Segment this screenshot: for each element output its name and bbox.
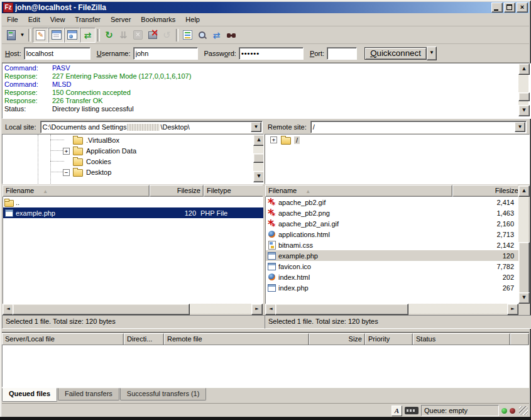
local-site-combo[interactable]: C:\Documents and Settings\Desktop\ ▼ bbox=[40, 121, 263, 133]
queue-column-size[interactable]: Size bbox=[309, 333, 365, 346]
site-manager-dropdown-icon[interactable]: ▼ bbox=[18, 28, 26, 42]
tree-item[interactable]: Cookies bbox=[3, 156, 263, 167]
column-header-filename[interactable]: Filename▲ bbox=[3, 185, 150, 197]
toggle-queue-button[interactable]: ⇄ bbox=[80, 28, 96, 43]
chevron-down-icon[interactable]: ▼ bbox=[515, 122, 525, 132]
tree-item[interactable]: .VirtualBox bbox=[3, 135, 263, 145]
directory-filters-button[interactable] bbox=[180, 28, 195, 42]
queue-column-remotefile[interactable]: Remote file bbox=[164, 333, 309, 346]
tree-item[interactable]: −Desktop bbox=[3, 167, 263, 177]
resize-grip[interactable] bbox=[519, 406, 528, 415]
menu-help[interactable]: Help bbox=[180, 14, 205, 25]
username-input[interactable] bbox=[133, 47, 198, 60]
toggle-local-tree-button[interactable] bbox=[48, 28, 64, 43]
column-header-filename[interactable]: Filename▲ bbox=[265, 185, 452, 197]
column-header-filetype[interactable]: Filetype bbox=[204, 185, 263, 197]
file-row[interactable]: applications.html2,713 bbox=[266, 229, 518, 240]
menu-edit[interactable]: Edit bbox=[23, 14, 45, 25]
expander-plus-icon[interactable]: + bbox=[270, 136, 277, 143]
cancel-operation-button[interactable]: × bbox=[131, 28, 145, 42]
find-files-button[interactable] bbox=[224, 28, 238, 42]
scroll-right-icon[interactable]: ► bbox=[251, 304, 263, 315]
php-file-icon bbox=[267, 262, 277, 272]
filename: favicon.ico bbox=[278, 263, 311, 270]
data-type-indicator-icon: A bbox=[391, 406, 402, 416]
refresh-button[interactable]: ↻ bbox=[102, 28, 116, 42]
local-tree-scrollbar[interactable]: ▲ ▼ bbox=[253, 135, 263, 182]
file-row[interactable]: favicon.ico7,782 bbox=[266, 261, 518, 272]
queue-column-serverlocalfile[interactable]: Server/Local file bbox=[2, 333, 124, 346]
file-row[interactable]: example.php120PHP File1 bbox=[3, 207, 263, 218]
file-row[interactable]: .. bbox=[3, 197, 263, 207]
queue-column-priority[interactable]: Priority bbox=[365, 333, 413, 346]
file-row[interactable]: apache_pb2.png1,463 bbox=[266, 207, 518, 218]
menu-bookmarks[interactable]: Bookmarks bbox=[136, 14, 180, 25]
scroll-up-icon[interactable]: ▲ bbox=[518, 64, 530, 75]
expander-minus-icon[interactable]: − bbox=[63, 169, 70, 176]
minimize-button[interactable] bbox=[491, 3, 503, 13]
quickconnect-bar: Host: Username: Password: Port: Quickcon… bbox=[2, 44, 529, 63]
folder-icon bbox=[73, 148, 83, 155]
reconnect-button[interactable]: ↺ bbox=[160, 28, 174, 42]
menu-view[interactable]: View bbox=[45, 14, 70, 25]
directory-comparison-button[interactable] bbox=[195, 28, 209, 42]
file-row[interactable]: bitnami.css2,142 bbox=[266, 240, 518, 250]
tab-successful-transfers-[interactable]: Successful transfers (1) bbox=[120, 388, 207, 401]
window-title: john@localhost - FileZilla bbox=[15, 3, 490, 12]
quickconnect-dropdown[interactable]: ▼ bbox=[427, 47, 437, 60]
file-row[interactable]: apache_pb2_ani.gif2,160 bbox=[266, 218, 518, 229]
toggle-remote-tree-button[interactable] bbox=[64, 28, 80, 43]
site-manager-button[interactable] bbox=[4, 28, 18, 42]
chevron-down-icon[interactable]: ▼ bbox=[251, 122, 261, 132]
process-queue-button[interactable]: ⇊ bbox=[116, 28, 131, 42]
filename: applications.html bbox=[278, 231, 330, 238]
filename: apache_pb2.png bbox=[278, 209, 330, 217]
remote-site-combo[interactable]: / ▼ bbox=[310, 121, 527, 133]
port-input[interactable] bbox=[327, 47, 357, 60]
tab-failed-transfers[interactable]: Failed transfers bbox=[58, 388, 119, 401]
remote-hscrollbar[interactable]: ◄ ► bbox=[265, 304, 518, 314]
local-site-label: Local site: bbox=[5, 123, 36, 131]
scroll-down-icon[interactable]: ▼ bbox=[518, 292, 530, 304]
file-row[interactable]: example.php120 bbox=[266, 250, 518, 261]
tree-item[interactable]: + / bbox=[265, 135, 529, 145]
toggle-message-log-button[interactable]: ✎ bbox=[33, 28, 48, 43]
scroll-up-icon[interactable]: ▲ bbox=[518, 185, 530, 197]
tree-item[interactable]: +Application Data bbox=[3, 145, 263, 156]
quickconnect-button[interactable]: Quickconnect bbox=[364, 47, 427, 60]
queue-column-status[interactable]: Status bbox=[413, 333, 510, 346]
file-row[interactable]: apache_pb2.gif2,414 bbox=[266, 197, 518, 207]
file-row[interactable]: index.html202 bbox=[266, 272, 518, 282]
close-button[interactable]: × bbox=[517, 3, 528, 13]
menu-file[interactable]: File bbox=[2, 14, 23, 25]
file-row[interactable]: index.php267 bbox=[266, 282, 518, 293]
log-scrollbar[interactable]: ▲ ▼ bbox=[518, 64, 528, 116]
column-header-filesize[interactable]: Filesize bbox=[150, 185, 204, 197]
queue-column-directi[interactable]: Directi... bbox=[124, 333, 164, 346]
local-hscrollbar[interactable]: ◄ ► bbox=[3, 304, 263, 314]
menu-server[interactable]: Server bbox=[106, 14, 136, 25]
scroll-down-icon[interactable]: ▼ bbox=[518, 105, 530, 116]
local-path: C:\Documents and Settings\Desktop\ bbox=[43, 123, 190, 131]
password-input[interactable] bbox=[239, 47, 304, 60]
menu-transfer[interactable]: Transfer bbox=[70, 14, 106, 25]
titlebar: Fz john@localhost - FileZilla × bbox=[2, 2, 529, 13]
sort-ascending-icon: ▲ bbox=[305, 189, 310, 194]
scroll-right-icon[interactable]: ► bbox=[507, 304, 518, 315]
disconnect-icon bbox=[148, 31, 157, 39]
scroll-down-icon[interactable]: ▼ bbox=[253, 171, 264, 182]
disconnect-button[interactable] bbox=[145, 28, 160, 42]
folder-icon bbox=[73, 158, 83, 166]
directory-comparison-icon bbox=[198, 31, 207, 40]
synchronized-browsing-button[interactable]: ⇄ bbox=[209, 28, 224, 42]
encryption-indicator-icon bbox=[405, 407, 419, 414]
host-input[interactable] bbox=[24, 47, 90, 60]
column-header-filesize[interactable]: Filesize bbox=[452, 185, 518, 197]
tab-queued-files[interactable]: Queued files bbox=[2, 388, 57, 402]
remote-list-scrollbar[interactable]: ▲ ▼ bbox=[518, 185, 528, 304]
filename: index.php bbox=[278, 284, 309, 292]
expander-plus-icon[interactable]: + bbox=[63, 148, 70, 155]
scroll-up-icon[interactable]: ▲ bbox=[253, 135, 264, 146]
toggle-message-log-icon: ✎ bbox=[36, 30, 45, 40]
maximize-button[interactable] bbox=[504, 3, 515, 13]
